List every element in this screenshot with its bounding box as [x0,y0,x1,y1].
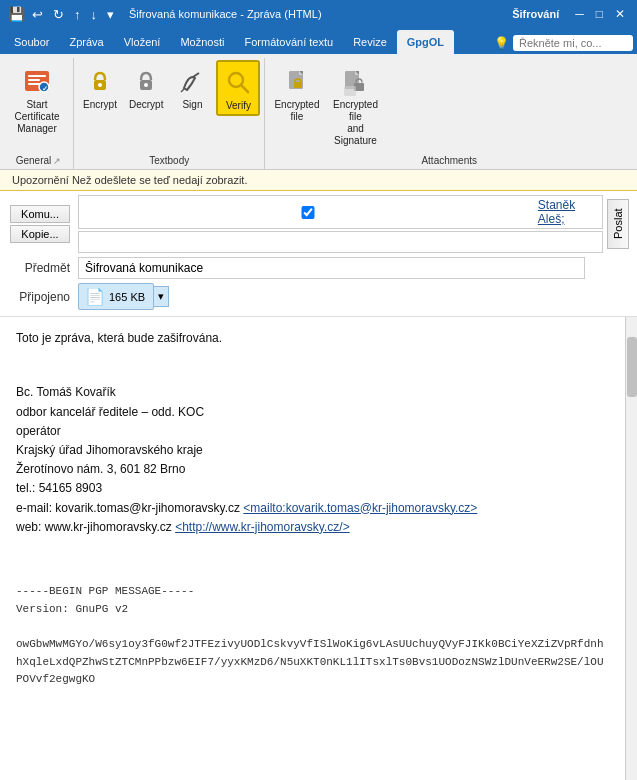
sig-line-6: tel.: 54165 8903 [16,479,609,498]
sig-line-3: operátor [16,422,609,441]
pgp-version: Version: GnuPG v2 [16,601,609,619]
pgp-body: owGbwMwMGYo/W6sy1oy3fG0wf2JTFEzivyUODlCs… [16,636,609,689]
enc-sig-line1: Encrypted file [333,99,378,122]
attachments-group-label: Attachments [421,155,477,166]
title-right: Šifrování [512,8,559,20]
pgp-block: -----BEGIN PGP MESSAGE----- Version: Gnu… [16,583,609,689]
send-button[interactable]: Poslat [607,199,629,249]
kopie-field[interactable] [78,231,603,253]
komu-button[interactable]: Komu... [10,205,70,223]
quick-save[interactable]: ↩ [29,6,46,23]
encrypted-file-line2: file [291,111,304,122]
sig-line-2: odbor kancelář ředitele – odd. KOC [16,403,609,422]
sign-button[interactable]: Sign [170,60,214,114]
window-maximize[interactable]: □ [592,7,607,21]
decrypt-label: Decrypt [129,99,163,111]
encrypt-label: Encrypt [83,99,117,111]
window-minimize[interactable]: ─ [571,7,588,21]
tab-zprava[interactable]: Zpráva [59,30,113,54]
predmet-field[interactable] [78,257,585,279]
form-area: Komu... Kopie... Staněk Aleš; Poslat Pře… [0,191,637,316]
scroll-thumb[interactable] [627,337,637,397]
encrypted-file-line1: Encrypted [274,99,319,110]
enc-sig-line2: and Signature [334,123,377,146]
svg-point-7 [98,83,102,87]
general-group-label: General [16,155,52,166]
start-cert-label-line2: Manager [17,123,56,134]
main-text: Toto je zpráva, která bude zašifrována. [16,329,609,348]
to-checkbox[interactable] [85,206,531,219]
pripojeno-label: Připojeno [19,290,70,304]
to-value: Staněk Aleš; [538,198,596,226]
help-icon: 💡 [494,36,509,50]
help-search-input[interactable] [513,35,633,51]
svg-point-9 [144,83,148,87]
quick-up[interactable]: ↑ [71,6,84,23]
attachment-doc-icon: 📄 [85,287,105,306]
verify-label: Verify [226,100,251,112]
encrypted-signature-button[interactable]: Encrypted file and Signature [326,60,384,150]
title-text: Šifrovaná komunikace - Zpráva (HTML) [129,8,508,20]
attachment-name: 165 KB [109,291,145,303]
svg-rect-1 [28,75,46,77]
message-body[interactable]: Toto je zpráva, která bude zašifrována. … [0,317,625,780]
start-cert-label-line1: Start Certificate [14,99,59,122]
kopie-input[interactable] [85,235,596,249]
encrypt-button[interactable]: Encrypt [78,60,122,114]
quick-more[interactable]: ▾ [104,6,117,23]
textbody-group-label: Textbody [149,155,189,166]
quick-down[interactable]: ↓ [88,6,101,23]
kopie-button[interactable]: Kopie... [10,225,70,243]
encrypted-file-button[interactable]: Encrypted file [269,60,324,126]
svg-rect-2 [28,79,40,81]
svg-line-11 [241,85,248,92]
verify-button[interactable]: Verify [216,60,260,116]
scrollbar[interactable] [625,317,637,780]
general-expand-icon[interactable]: ↗ [53,156,61,166]
tab-gpgol[interactable]: GpgOL [397,30,454,54]
warning-bar: Upozornění Než odešlete se teď nedají zo… [0,170,637,191]
warning-text: Upozornění Než odešlete se teď nedají zo… [12,174,247,186]
window-close[interactable]: ✕ [611,7,629,21]
predmet-label: Předmět [25,261,70,275]
predmet-input[interactable] [85,261,578,275]
quick-redo[interactable]: ↻ [50,6,67,23]
attachment-chip[interactable]: 📄 165 KB [78,283,154,310]
sig-line-1: Bc. Tomáš Kovařík [16,383,609,402]
decrypt-button[interactable]: Decrypt [124,60,168,114]
pgp-header: -----BEGIN PGP MESSAGE----- [16,583,609,601]
attachment-dropdown[interactable]: ▾ [154,286,169,307]
tab-soubor[interactable]: Soubor [4,30,59,54]
app-icon: 💾 [8,6,25,22]
tab-formatovani[interactable]: Formátování textu [234,30,343,54]
web-link[interactable]: <http://www.kr-jihomoravsky.cz/> [175,520,350,534]
to-field[interactable]: Staněk Aleš; [78,195,603,229]
svg-rect-20 [344,86,356,96]
sig-line-8: web: www.kr-jihomoravsky.cz <http://www.… [16,518,609,537]
svg-rect-15 [294,82,302,88]
start-certificate-manager-button[interactable]: ✓ Start Certificate Manager [8,60,66,138]
sign-label: Sign [182,99,202,111]
email-link[interactable]: <mailto:kovarik.tomas@kr-jihomoravsky.cz… [243,501,477,515]
tab-revize[interactable]: Revize [343,30,397,54]
sig-line-4: Krajský úřad Jihomoravského kraje [16,441,609,460]
sig-line-7: e-mail: kovarik.tomas@kr-jihomoravsky.cz… [16,499,609,518]
tab-vlozeni[interactable]: Vložení [114,30,171,54]
sig-line-5: Žerotínovo nám. 3, 601 82 Brno [16,460,609,479]
svg-text:✓: ✓ [42,85,48,92]
tab-moznosti[interactable]: Možnosti [170,30,234,54]
